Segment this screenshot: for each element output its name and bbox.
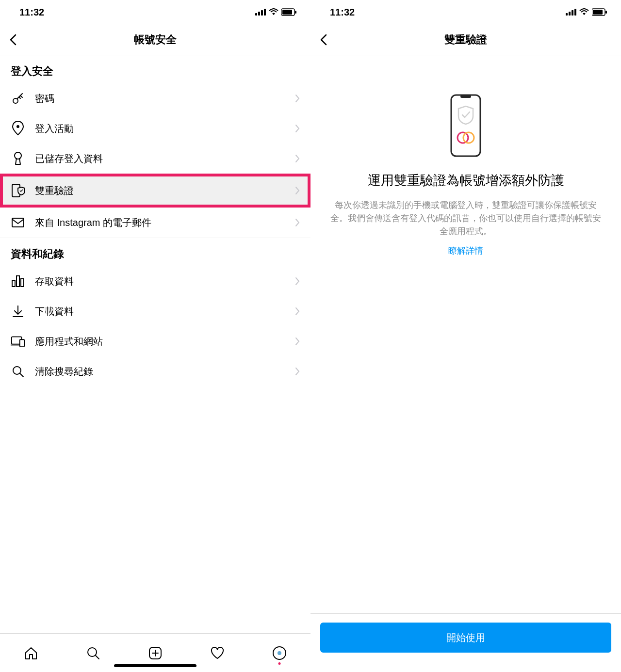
phone-shield-illustration <box>449 94 483 157</box>
content-area: 運用雙重驗證為帳號增添額外防護 每次你透過未識別的手機或電腦登入時，雙重驗證可讓… <box>310 55 621 672</box>
devices-icon <box>11 334 25 349</box>
signal-icon <box>566 9 576 16</box>
row-apps-websites[interactable]: 應用程式和網站 <box>0 326 310 356</box>
status-time: 11:32 <box>330 7 355 18</box>
chevron-right-icon <box>295 94 300 103</box>
row-two-factor[interactable]: 雙重驗證 <box>3 176 308 205</box>
search-icon <box>86 646 100 660</box>
nav-add[interactable] <box>147 645 163 661</box>
row-label: 登入活動 <box>35 122 285 135</box>
key-icon <box>11 91 25 106</box>
home-icon <box>24 646 38 660</box>
chevron-right-icon <box>295 154 300 163</box>
svg-rect-30 <box>460 95 471 98</box>
page-title: 帳號安全 <box>134 32 177 47</box>
svg-rect-28 <box>605 11 607 14</box>
svg-rect-27 <box>593 10 603 15</box>
svg-rect-6 <box>295 11 296 14</box>
svg-rect-29 <box>451 95 480 156</box>
svg-rect-3 <box>264 9 266 16</box>
svg-rect-0 <box>255 13 257 16</box>
back-button[interactable] <box>10 32 24 47</box>
two-factor-heading: 運用雙重驗證為帳號增添額外防護 <box>368 172 564 189</box>
profile-icon <box>272 646 287 660</box>
status-icons <box>566 8 607 16</box>
status-bar: 11:32 <box>310 0 621 24</box>
svg-rect-12 <box>12 281 15 287</box>
row-access-data[interactable]: 存取資料 <box>0 266 310 296</box>
svg-rect-25 <box>574 9 576 16</box>
nav-home[interactable] <box>23 645 39 661</box>
svg-rect-14 <box>21 279 24 287</box>
keyhole-icon <box>11 151 25 166</box>
start-button[interactable]: 開始使用 <box>320 623 611 653</box>
phone-shield-icon <box>11 183 25 198</box>
row-label: 應用程式和網站 <box>35 335 285 348</box>
back-button[interactable] <box>320 32 335 47</box>
location-pin-icon <box>11 121 25 136</box>
notification-dot <box>278 662 281 665</box>
svg-point-9 <box>15 152 21 159</box>
chevron-right-icon <box>295 124 300 133</box>
section-header-login: 登入安全 <box>0 55 310 83</box>
svg-rect-5 <box>282 10 292 15</box>
row-login-activity[interactable]: 登入活動 <box>0 113 310 144</box>
divider <box>310 613 621 614</box>
nav-header: 雙重驗證 <box>310 24 621 55</box>
chevron-right-icon <box>295 186 300 195</box>
chevron-right-icon <box>295 277 300 286</box>
svg-rect-13 <box>16 276 19 287</box>
row-saved-login[interactable]: 已儲存登入資料 <box>0 144 310 174</box>
svg-rect-1 <box>258 12 260 16</box>
row-password[interactable]: 密碼 <box>0 83 310 113</box>
row-download-data[interactable]: 下載資料 <box>0 296 310 326</box>
row-clear-search[interactable]: 清除搜尋紀錄 <box>0 356 310 386</box>
svg-point-21 <box>278 651 281 655</box>
nav-activity[interactable] <box>210 645 225 661</box>
chevron-right-icon <box>295 307 300 316</box>
svg-rect-2 <box>261 10 263 16</box>
svg-rect-23 <box>569 12 571 16</box>
row-label: 存取資料 <box>35 275 285 288</box>
start-button-label: 開始使用 <box>446 631 485 644</box>
chevron-right-icon <box>295 337 300 346</box>
status-time: 11:32 <box>19 7 44 18</box>
row-label: 雙重驗證 <box>35 184 285 197</box>
row-two-factor-highlighted: 雙重驗證 <box>0 174 310 208</box>
svg-point-8 <box>16 125 19 128</box>
learn-more-link[interactable]: 瞭解詳情 <box>448 245 483 256</box>
chevron-right-icon <box>295 367 300 376</box>
chevron-left-icon <box>10 34 16 46</box>
svg-rect-24 <box>572 10 573 16</box>
row-instagram-emails[interactable]: 來自 Instagram 的電子郵件 <box>0 208 310 238</box>
section-header-data: 資料和紀錄 <box>0 238 310 266</box>
page-title: 雙重驗證 <box>444 32 487 47</box>
row-label: 密碼 <box>35 92 285 105</box>
row-label: 下載資料 <box>35 305 285 318</box>
nav-search[interactable] <box>85 645 101 661</box>
battery-icon <box>592 8 607 16</box>
svg-rect-22 <box>566 13 568 16</box>
svg-rect-16 <box>20 339 24 347</box>
home-indicator <box>114 664 196 667</box>
heart-icon <box>210 646 225 660</box>
nav-profile[interactable] <box>272 645 287 661</box>
signal-icon <box>255 9 266 16</box>
chevron-right-icon <box>295 218 300 227</box>
row-label: 已儲存登入資料 <box>35 152 285 165</box>
bar-chart-icon <box>11 274 25 288</box>
add-icon <box>148 646 162 660</box>
two-factor-description: 每次你透過未識別的手機或電腦登入時，雙重驗證可讓你保護帳號安全。我們會傳送含有登… <box>325 199 606 238</box>
download-icon <box>11 304 25 319</box>
status-bar: 11:32 <box>0 0 310 24</box>
search-icon <box>11 364 25 379</box>
svg-rect-11 <box>12 218 24 227</box>
battery-icon <box>281 8 297 16</box>
wifi-icon <box>579 8 589 16</box>
wifi-icon <box>268 8 279 16</box>
mail-icon <box>11 215 25 230</box>
status-icons <box>255 8 297 16</box>
nav-header: 帳號安全 <box>0 24 310 55</box>
chevron-left-icon <box>320 34 327 46</box>
row-label: 清除搜尋紀錄 <box>35 365 285 378</box>
